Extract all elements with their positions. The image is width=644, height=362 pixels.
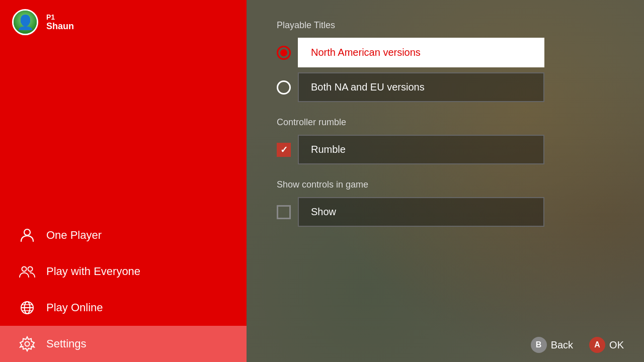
show-controls-section: Show controls in game Show — [277, 179, 614, 227]
show-controls-label: Show controls in game — [277, 179, 614, 190]
controller-rumble-label: Controller rumble — [277, 117, 614, 128]
sidebar-item-one-player[interactable]: One Player — [0, 217, 247, 253]
back-action[interactable]: B Back — [531, 337, 573, 353]
one-player-label: One Player — [46, 229, 102, 242]
content-area: Playable Titles North American versions … — [247, 0, 644, 362]
person-icon — [18, 226, 36, 244]
sidebar-item-play-with-everyone[interactable]: Play with Everyone — [0, 253, 247, 290]
svg-point-2 — [28, 267, 33, 272]
rumble-box[interactable]: Rumble — [298, 135, 544, 164]
back-label: Back — [551, 339, 573, 351]
na-versions-row[interactable]: North American versions — [277, 38, 614, 67]
svg-point-8 — [25, 342, 30, 346]
show-row[interactable]: Show — [277, 197, 614, 227]
user-profile: P1 Shaun — [0, 0, 247, 44]
b-button[interactable]: B — [531, 337, 547, 353]
group-icon — [18, 262, 36, 281]
play-online-label: Play Online — [46, 301, 103, 314]
sidebar: P1 Shaun One Player — [0, 0, 247, 362]
na-eu-versions-radio[interactable] — [277, 80, 291, 95]
avatar — [12, 9, 38, 35]
na-versions-box[interactable]: North American versions — [298, 38, 544, 67]
settings-label: Settings — [46, 337, 87, 350]
na-eu-versions-box[interactable]: Both NA and EU versions — [298, 72, 544, 102]
nav-items: One Player Play with Everyone — [0, 217, 247, 362]
bottom-bar: B Back A OK — [247, 328, 644, 362]
svg-point-1 — [22, 267, 27, 272]
gear-icon — [18, 335, 36, 353]
ok-action[interactable]: A OK — [589, 337, 624, 353]
controller-rumble-section: Controller rumble Rumble — [277, 117, 614, 164]
user-name: Shaun — [46, 21, 74, 32]
svg-point-0 — [24, 229, 30, 235]
na-versions-radio[interactable] — [277, 46, 291, 60]
a-button[interactable]: A — [589, 337, 605, 353]
na-eu-versions-row[interactable]: Both NA and EU versions — [277, 72, 614, 102]
globe-icon — [18, 299, 36, 317]
rumble-checkbox[interactable] — [277, 143, 291, 157]
playable-titles-section: Playable Titles North American versions … — [277, 20, 614, 102]
sidebar-item-play-online[interactable]: Play Online — [0, 290, 247, 326]
playable-titles-label: Playable Titles — [277, 20, 614, 31]
user-info: P1 Shaun — [46, 13, 74, 32]
ok-label: OK — [609, 339, 624, 351]
show-box[interactable]: Show — [298, 197, 544, 227]
play-with-everyone-label: Play with Everyone — [46, 265, 140, 278]
player-label: P1 — [46, 13, 74, 21]
rumble-row[interactable]: Rumble — [277, 135, 614, 164]
sidebar-item-settings[interactable]: Settings — [0, 326, 247, 362]
show-checkbox[interactable] — [277, 205, 291, 219]
